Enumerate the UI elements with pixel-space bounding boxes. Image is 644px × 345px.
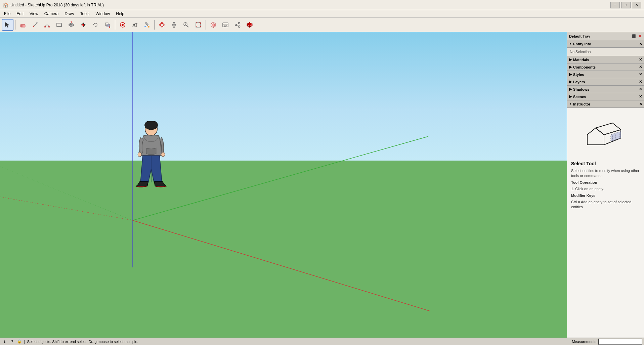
styles-panel-header[interactable]: ▶ Styles ✕ <box>567 71 644 78</box>
layers-panel-header[interactable]: ▶ Layers ✕ <box>567 78 644 86</box>
svg-rect-23 <box>107 24 110 27</box>
get-models-button[interactable]: 3D <box>220 19 231 31</box>
instructor-panel-header[interactable]: ▼ Instructor ✕ <box>567 100 644 108</box>
arc-tool-button[interactable] <box>41 19 53 31</box>
instructor-panel: ▼ Instructor ✕ <box>567 100 644 338</box>
menu-window[interactable]: Window <box>93 11 113 17</box>
text-tool-button[interactable]: A <box>129 19 140 31</box>
modifier-title: Modifier Keys <box>571 193 595 198</box>
modifier-text: Ctrl = Add an entity to set of selected … <box>571 200 640 210</box>
shadows-close[interactable]: ✕ <box>639 87 642 91</box>
menu-file[interactable]: File <box>1 11 13 17</box>
svg-marker-15 <box>71 21 72 22</box>
scenes-close[interactable]: ✕ <box>639 94 642 99</box>
components-button[interactable] <box>208 19 219 31</box>
materials-panel-header[interactable]: ▶ Materials ✕ <box>567 56 644 63</box>
svg-point-26 <box>122 24 124 26</box>
svg-point-77 <box>615 137 616 138</box>
svg-point-62 <box>145 121 158 130</box>
menu-camera[interactable]: Camera <box>42 11 61 17</box>
materials-close[interactable]: ✕ <box>639 57 642 62</box>
menu-help[interactable]: Help <box>113 11 127 17</box>
rotate-tool-button[interactable] <box>90 19 101 31</box>
titlebar-controls: ─ □ ✕ <box>610 2 641 8</box>
close-button[interactable]: ✕ <box>632 2 641 8</box>
pencil-tool-button[interactable] <box>29 19 41 31</box>
entity-info-arrow: ▼ <box>569 42 572 45</box>
svg-marker-18 <box>82 26 84 27</box>
status-icon-3[interactable]: 🔒 <box>17 339 22 344</box>
svg-text:3D: 3D <box>224 25 227 27</box>
operation-title: Tool Operation <box>571 180 597 184</box>
instructor-diagram <box>575 115 636 155</box>
menu-draw[interactable]: Draw <box>62 11 77 17</box>
ruby-console-button[interactable] <box>244 19 255 31</box>
status-icon-1[interactable]: ℹ <box>2 339 7 344</box>
zoom-tool-button[interactable] <box>180 19 192 31</box>
move-tool-button[interactable] <box>78 19 89 31</box>
shadows-arrow: ▶ <box>569 87 572 91</box>
svg-rect-37 <box>196 23 201 27</box>
titlebar-title: Untitled - SketchUp Pro 2018 (30 days le… <box>10 3 104 7</box>
toolbar-separator-2 <box>115 20 115 30</box>
scenes-arrow: ▶ <box>569 94 572 99</box>
tape-tool-button[interactable] <box>117 19 128 31</box>
eraser-tool-button[interactable] <box>17 19 29 31</box>
entity-info-content: No Selection <box>567 48 644 56</box>
svg-point-64 <box>161 152 165 157</box>
main-area: Default Tray ⬛ ✕ ▼ Entity Info ✕ No Sele… <box>0 32 644 338</box>
measurements-input[interactable] <box>598 339 642 345</box>
menu-tools[interactable]: Tools <box>78 11 92 17</box>
tray-detach-icon[interactable]: ⬛ <box>631 34 636 39</box>
toolbar-separator-4 <box>206 20 206 30</box>
svg-point-75 <box>618 134 619 135</box>
statusbar-right: Measurements <box>572 339 642 345</box>
styles-close[interactable]: ✕ <box>639 72 642 77</box>
instructor-close[interactable]: ✕ <box>639 102 642 106</box>
svg-point-79 <box>612 140 613 141</box>
shadows-title: Shadows <box>573 87 589 91</box>
app-icon: 🏠 <box>3 2 8 8</box>
svg-marker-55 <box>248 26 251 28</box>
scenes-panel-header[interactable]: ▶ Scenes ✕ <box>567 93 644 100</box>
default-tray-header[interactable]: Default Tray ⬛ ✕ <box>567 32 644 40</box>
viewport[interactable] <box>0 32 567 338</box>
entity-info-close[interactable]: ✕ <box>639 42 642 46</box>
minimize-button[interactable]: ─ <box>610 2 620 8</box>
styles-title: Styles <box>573 73 584 77</box>
layers-arrow: ▶ <box>569 80 572 84</box>
menubar: File Edit View Camera Draw Tools Window … <box>0 10 644 17</box>
entity-info-title: Entity Info <box>573 42 591 46</box>
svg-point-81 <box>618 138 619 139</box>
tray-close-icon[interactable]: ✕ <box>637 34 642 39</box>
zoom-extents-button[interactable] <box>192 19 204 31</box>
svg-line-50 <box>237 24 239 25</box>
menu-edit[interactable]: Edit <box>14 11 26 17</box>
layers-title: Layers <box>573 80 585 84</box>
menu-view[interactable]: View <box>27 11 41 17</box>
components-panel-header[interactable]: ▶ Components ✕ <box>567 63 644 71</box>
maximize-button[interactable]: □ <box>621 2 631 8</box>
share-model-button[interactable] <box>232 19 243 31</box>
entity-info-header[interactable]: ▼ Entity Info ✕ <box>567 40 644 48</box>
scale-tool-button[interactable] <box>102 19 113 31</box>
svg-point-30 <box>148 26 149 28</box>
select-tool-button[interactable] <box>2 19 13 31</box>
components-close[interactable]: ✕ <box>639 65 642 69</box>
rectangle-tool-button[interactable] <box>53 19 65 31</box>
layers-close[interactable]: ✕ <box>639 80 642 84</box>
svg-line-34 <box>187 26 188 27</box>
svg-marker-54 <box>247 24 248 26</box>
svg-marker-41 <box>199 26 201 27</box>
orbit-tool-button[interactable] <box>156 19 168 31</box>
shadows-panel-header[interactable]: ▶ Shadows ✕ <box>567 86 644 93</box>
paint-tool-button[interactable] <box>141 19 153 31</box>
svg-marker-53 <box>251 24 252 26</box>
status-icon-2[interactable]: ? <box>9 339 15 344</box>
pan-tool-button[interactable] <box>168 19 180 31</box>
instructor-arrow: ▼ <box>569 102 572 105</box>
titlebar-left: 🏠 Untitled - SketchUp Pro 2018 (30 days … <box>3 2 104 8</box>
svg-point-80 <box>615 139 616 140</box>
svg-marker-52 <box>248 22 251 26</box>
pushpull-tool-button[interactable] <box>66 19 77 31</box>
